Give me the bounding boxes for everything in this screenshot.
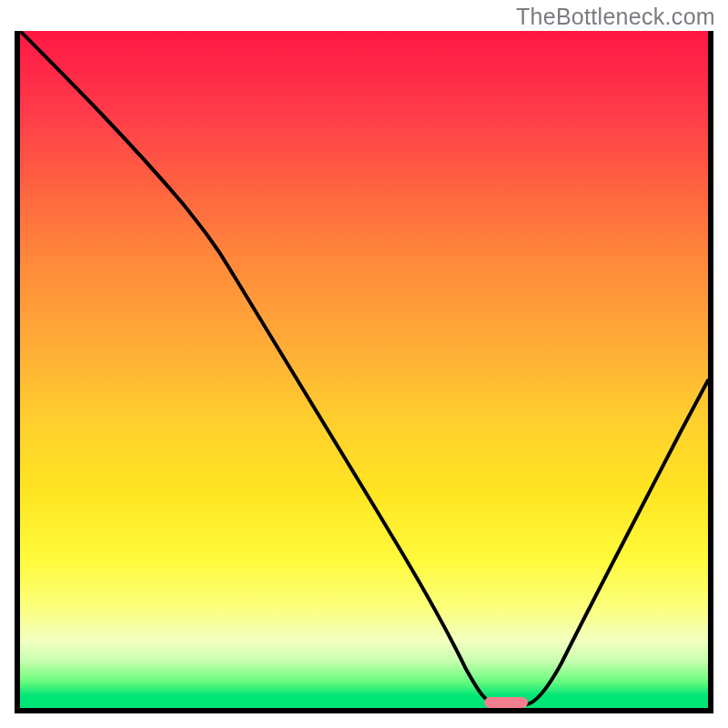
plot-area — [15, 31, 713, 713]
chart-svg — [20, 31, 708, 708]
chart-frame: TheBottleneck.com — [0, 0, 728, 728]
watermark-text: TheBottleneck.com — [516, 4, 715, 30]
highlight-pill — [484, 697, 528, 708]
curve-path — [20, 31, 708, 704]
